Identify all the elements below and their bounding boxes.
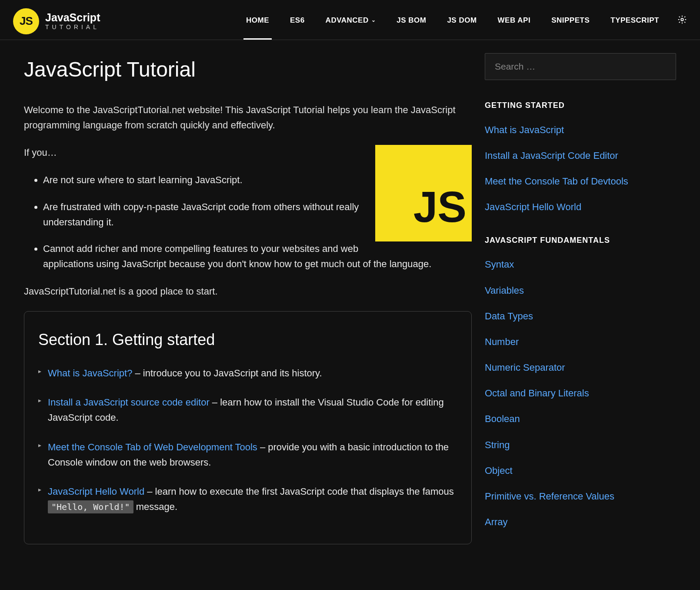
logo-subtitle: TUTORIAL — [45, 24, 100, 30]
search-input[interactable] — [485, 53, 676, 80]
sidebar-link[interactable]: What is JavaScript — [485, 124, 564, 135]
section-item: JavaScript Hello World – learn how to ex… — [38, 484, 457, 514]
sidebar-section-heading: GETTING STARTED — [485, 99, 676, 112]
section-item-link[interactable]: What is JavaScript? — [48, 368, 132, 379]
main-content: JavaScript Tutorial Welcome to the JavaS… — [24, 53, 472, 544]
section-item: Install a JavaScript source code editor … — [38, 395, 457, 425]
logo-text: JavaScript TUTORIAL — [45, 12, 100, 30]
nav-advanced[interactable]: ADVANCED⌄ — [323, 3, 379, 40]
sidebar-link[interactable]: Install a JavaScript Code Editor — [485, 150, 618, 161]
sidebar: GETTING STARTEDWhat is JavaScriptInstall… — [485, 53, 676, 544]
logo[interactable]: JS JavaScript TUTORIAL — [13, 8, 100, 34]
sidebar-link-item: JavaScript Hello World — [485, 199, 676, 215]
section-item: Meet the Console Tab of Web Development … — [38, 439, 457, 470]
sidebar-link[interactable]: Object — [485, 465, 513, 476]
section-1-list: What is JavaScript? – introduce you to J… — [38, 365, 457, 514]
sidebar-link[interactable]: Octal and Binary Literals — [485, 388, 589, 399]
sidebar-link-item: Object — [485, 463, 676, 478]
sidebar-link[interactable]: String — [485, 439, 510, 450]
sidebar-link[interactable]: Meet the Console Tab of Devtools — [485, 176, 628, 187]
bullet-item: Cannot add richer and more compelling fe… — [43, 241, 472, 272]
main-nav: HOMEES6ADVANCED⌄JS BOMJS DOMWEB APISNIPP… — [243, 3, 687, 40]
settings-gear-icon[interactable] — [677, 13, 687, 29]
nav-typescript[interactable]: TYPESCRIPT — [608, 3, 662, 40]
sidebar-link[interactable]: Data Types — [485, 311, 533, 322]
sidebar-link[interactable]: Numeric Separator — [485, 362, 565, 373]
section-item: What is JavaScript? – introduce you to J… — [38, 365, 457, 381]
sidebar-link-item: Array — [485, 514, 676, 530]
logo-title: JavaScript — [45, 12, 100, 24]
nav-js-dom[interactable]: JS DOM — [444, 3, 479, 40]
sidebar-link-item: Number — [485, 334, 676, 349]
intro-paragraph: Welcome to the JavaScriptTutorial.net we… — [24, 102, 472, 133]
sidebar-link[interactable]: Boolean — [485, 413, 520, 424]
sidebar-link-item: Numeric Separator — [485, 360, 676, 375]
sidebar-link-item: String — [485, 437, 676, 453]
closing-paragraph: JavaScriptTutorial.net is a good place t… — [24, 284, 472, 299]
site-header: JS JavaScript TUTORIAL HOMEES6ADVANCED⌄J… — [0, 0, 700, 40]
chevron-down-icon: ⌄ — [371, 16, 376, 24]
sidebar-link[interactable]: Array — [485, 516, 508, 527]
nav-home[interactable]: HOME — [243, 3, 272, 40]
section-item-link[interactable]: Install a JavaScript source code editor — [48, 397, 210, 408]
nav-snippets[interactable]: SNIPPETS — [549, 3, 592, 40]
section-item-link[interactable]: JavaScript Hello World — [48, 486, 144, 497]
sidebar-link[interactable]: Syntax — [485, 259, 514, 270]
sidebar-link-item: Boolean — [485, 411, 676, 426]
sidebar-link[interactable]: Variables — [485, 285, 524, 296]
sidebar-section-heading: JAVASCRIPT FUNDAMENTALS — [485, 234, 676, 247]
nav-es6[interactable]: ES6 — [287, 3, 307, 40]
sidebar-link[interactable]: Number — [485, 336, 519, 347]
nav-web-api[interactable]: WEB API — [495, 3, 533, 40]
sidebar-link-list: SyntaxVariablesData TypesNumberNumeric S… — [485, 257, 676, 530]
sidebar-link[interactable]: Primitive vs. Reference Values — [485, 491, 614, 502]
svg-point-0 — [681, 18, 683, 21]
code-inline: "Hello, World!" — [48, 500, 133, 513]
sidebar-link-item: Install a JavaScript Code Editor — [485, 148, 676, 163]
sidebar-link[interactable]: JavaScript Hello World — [485, 201, 581, 212]
sidebar-link-item: Variables — [485, 283, 676, 298]
nav-js-bom[interactable]: JS BOM — [394, 3, 429, 40]
section-1-heading: Section 1. Getting started — [38, 327, 457, 352]
section-1-box: Section 1. Getting started What is JavaS… — [24, 311, 472, 544]
js-logo-square: JS — [375, 145, 472, 241]
sidebar-link-item: What is JavaScript — [485, 122, 676, 137]
sidebar-link-list: What is JavaScriptInstall a JavaScript C… — [485, 122, 676, 215]
section-item-link[interactable]: Meet the Console Tab of Web Development … — [48, 442, 257, 453]
page-title: JavaScript Tutorial — [24, 53, 472, 87]
logo-badge: JS — [13, 8, 39, 34]
sidebar-link-item: Data Types — [485, 308, 676, 324]
sidebar-link-item: Syntax — [485, 257, 676, 272]
sidebar-link-item: Primitive vs. Reference Values — [485, 489, 676, 504]
sidebar-link-item: Meet the Console Tab of Devtools — [485, 174, 676, 189]
sidebar-link-item: Octal and Binary Literals — [485, 386, 676, 401]
